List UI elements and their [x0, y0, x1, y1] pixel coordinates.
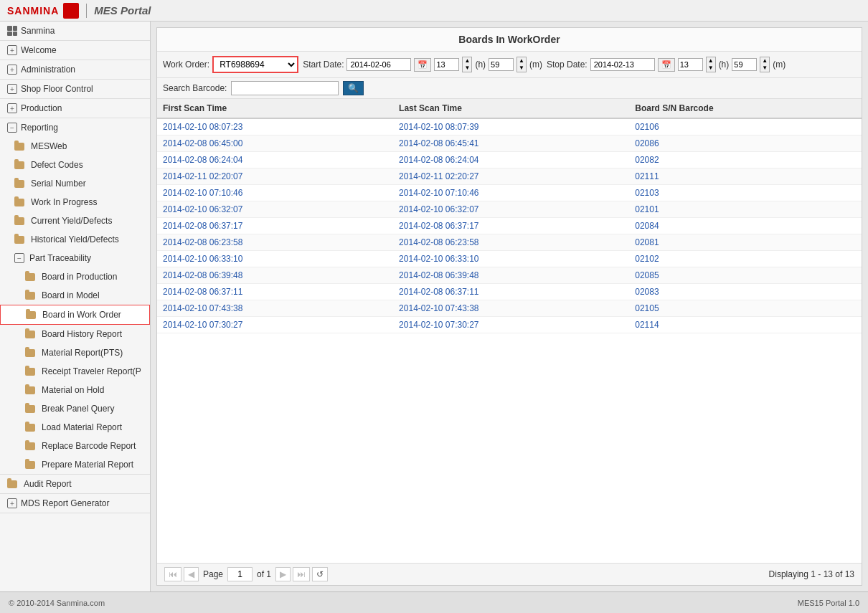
start-hour-spinner[interactable]: ▲ ▼	[462, 57, 472, 72]
prev-page-button[interactable]: ◀	[184, 567, 199, 581]
table-row[interactable]: 2014-02-08 06:37:172014-02-08 06:37:1702…	[157, 218, 862, 234]
sidebar-item-current-yield[interactable]: Current Yield/Defects	[0, 212, 150, 230]
toolbar: Work Order: RT6988694 Start Date: 📅 ▲ ▼ …	[157, 52, 862, 78]
table-row[interactable]: 2014-02-10 06:33:102014-02-10 06:33:1002…	[157, 251, 862, 267]
start-date-cal-button[interactable]: 📅	[414, 58, 431, 72]
stop-hour-up[interactable]: ▲	[707, 57, 715, 65]
folder-icon-bwo	[26, 311, 36, 319]
table-row[interactable]: 2014-02-08 06:45:002014-02-08 06:45:4102…	[157, 136, 862, 152]
cell-first_scan: 2014-02-08 06:45:00	[157, 136, 393, 152]
footer: © 2010-2014 Sanmina.com MES15 Portal 1.0	[0, 591, 868, 613]
sidebar-item-board-model[interactable]: Board in Model	[0, 286, 150, 305]
table-row[interactable]: 2014-02-08 06:39:482014-02-08 06:39:4802…	[157, 267, 862, 284]
sidebar-item-production[interactable]: + Production	[0, 99, 150, 118]
cell-barcode: 02101	[629, 201, 862, 218]
table-row[interactable]: 2014-02-10 08:07:232014-02-10 08:07:3902…	[157, 118, 862, 136]
stop-min-up[interactable]: ▲	[760, 57, 769, 65]
refresh-button[interactable]: ↺	[312, 567, 328, 581]
start-min-up[interactable]: ▲	[517, 57, 526, 65]
version: MES15 Portal 1.0	[798, 599, 859, 607]
stop-hour-input[interactable]	[678, 58, 703, 71]
table-row[interactable]: 2014-02-10 07:43:382014-02-10 07:43:3802…	[157, 300, 862, 317]
start-min-down[interactable]: ▼	[517, 65, 526, 72]
minus-icon-reporting: −	[7, 123, 17, 133]
sidebar-item-audit[interactable]: Audit Report	[0, 475, 150, 493]
table-row[interactable]: 2014-02-10 07:30:272014-02-10 07:30:2702…	[157, 317, 862, 333]
barcode-input[interactable]	[231, 81, 339, 95]
barcode-search-button[interactable]: 🔍	[343, 81, 364, 95]
col-first-scan: First Scan Time	[157, 99, 393, 118]
cell-barcode: 02083	[629, 284, 862, 300]
stop-min-spinner[interactable]: ▲ ▼	[760, 57, 770, 72]
sidebar-item-welcome[interactable]: + Welcome	[0, 41, 150, 60]
table-row[interactable]: 2014-02-08 06:23:582014-02-08 06:23:5802…	[157, 234, 862, 251]
sidebar-item-reporting[interactable]: − Reporting	[0, 118, 150, 137]
sidebar-item-serial-number[interactable]: Serial Number	[0, 174, 150, 193]
table-row[interactable]: 2014-02-10 06:32:072014-02-10 06:32:0702…	[157, 201, 862, 218]
first-page-button[interactable]: ⏮	[164, 567, 181, 581]
start-hour-down[interactable]: ▼	[463, 65, 471, 72]
sidebar-label-rb: Replace Barcode Report	[42, 441, 136, 451]
stop-min-input[interactable]	[732, 58, 757, 71]
stop-date-cal-button[interactable]: 📅	[658, 58, 675, 72]
plus-icon-welcome: +	[7, 45, 17, 55]
sidebar-label-bprod: Board in Production	[42, 272, 117, 282]
sidebar-item-board-workorder[interactable]: Board in Work Order	[0, 305, 150, 325]
start-hour-input[interactable]	[434, 58, 459, 71]
table-header: First Scan Time Last Scan Time Board S/N…	[157, 99, 862, 118]
stop-min-down[interactable]: ▼	[760, 65, 769, 72]
sidebar-item-mds[interactable]: + MDS Report Generator	[0, 494, 150, 513]
work-order-select[interactable]: RT6988694	[212, 56, 298, 73]
sidebar-item-work-in-progress[interactable]: Work In Progress	[0, 193, 150, 212]
sidebar-item-prepare-material[interactable]: Prepare Material Report	[0, 455, 150, 474]
sidebar-item-board-production[interactable]: Board in Production	[0, 267, 150, 286]
sidebar-item-sanmina[interactable]: Sanmina	[0, 22, 150, 40]
table-header-row: First Scan Time Last Scan Time Board S/N…	[157, 99, 862, 118]
col-barcode: Board S/N Barcode	[629, 99, 862, 118]
stop-date-input[interactable]	[590, 58, 655, 71]
sidebar-label-rt: Receipt Traveler Report(P	[42, 366, 141, 376]
sidebar-section-shopfloor: + Shop Floor Control	[0, 80, 150, 99]
stop-hour-down[interactable]: ▼	[707, 65, 715, 72]
page-number-input[interactable]	[227, 567, 253, 581]
minus-icon-part: −	[14, 253, 24, 263]
table-row[interactable]: 2014-02-10 07:10:462014-02-10 07:10:4602…	[157, 185, 862, 201]
sidebar-item-break-panel[interactable]: Break Panel Query	[0, 399, 150, 418]
start-hour-up[interactable]: ▲	[463, 57, 471, 65]
table-container: First Scan Time Last Scan Time Board S/N…	[157, 99, 862, 563]
start-min-input[interactable]	[489, 58, 514, 71]
page-label: Page	[203, 569, 223, 579]
work-order-label: Work Order:	[163, 60, 209, 70]
table-row[interactable]: 2014-02-08 06:24:042014-02-08 06:24:0402…	[157, 152, 862, 168]
table-row[interactable]: 2014-02-08 06:37:112014-02-08 06:37:1102…	[157, 284, 862, 300]
brand-logo: SANMINA	[7, 3, 79, 19]
stop-min-label: (m)	[773, 60, 786, 70]
sidebar-label-bhist: Board History Report	[42, 329, 122, 339]
sidebar-label-cyield: Current Yield/Defects	[31, 216, 112, 226]
sidebar-item-mesweb[interactable]: MESWeb	[0, 137, 150, 156]
sidebar-item-administration[interactable]: + Administration	[0, 60, 150, 79]
cell-first_scan: 2014-02-08 06:37:17	[157, 218, 393, 234]
copyright: © 2010-2014 Sanmina.com	[9, 599, 105, 607]
table-row[interactable]: 2014-02-11 02:20:072014-02-11 02:20:2702…	[157, 168, 862, 185]
sidebar-label-hyield: Historical Yield/Defects	[31, 234, 119, 244]
stop-hour-spinner[interactable]: ▲ ▼	[706, 57, 716, 72]
sidebar-section-welcome: + Welcome	[0, 41, 150, 60]
sidebar-item-receipt-traveler[interactable]: Receipt Traveler Report(P	[0, 362, 150, 381]
sidebar-item-historical-yield[interactable]: Historical Yield/Defects	[0, 230, 150, 249]
sidebar-item-material-pts[interactable]: Material Report(PTS)	[0, 343, 150, 362]
start-min-spinner[interactable]: ▲ ▼	[516, 57, 527, 72]
sidebar-item-replace-barcode[interactable]: Replace Barcode Report	[0, 437, 150, 455]
header-divider	[86, 4, 87, 18]
sidebar-item-shopfloor[interactable]: + Shop Floor Control	[0, 80, 150, 98]
sidebar-item-defect-codes[interactable]: Defect Codes	[0, 156, 150, 174]
start-date-input[interactable]	[346, 58, 411, 71]
sidebar-item-load-material[interactable]: Load Material Report	[0, 418, 150, 437]
folder-icon-mpts	[25, 349, 35, 357]
sidebar-item-material-hold[interactable]: Material on Hold	[0, 381, 150, 399]
next-page-button[interactable]: ▶	[275, 567, 291, 581]
sidebar-label-mpts: Material Report(PTS)	[42, 348, 123, 358]
sidebar-item-part-traceability[interactable]: − Part Traceability	[0, 249, 150, 267]
last-page-button[interactable]: ⏭	[293, 567, 310, 581]
sidebar-item-board-history[interactable]: Board History Report	[0, 325, 150, 343]
